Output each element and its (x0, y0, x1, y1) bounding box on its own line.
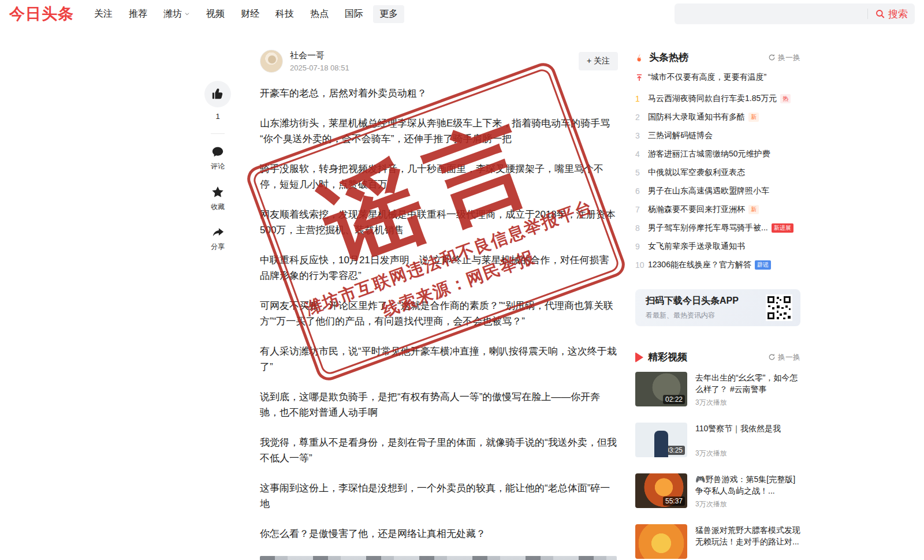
author-name[interactable]: 社会一哥 (290, 50, 349, 61)
hot-item-8[interactable]: 8 男子驾车别停摩托车辱骂骑手被... 新进展 (635, 219, 800, 237)
featured-videos-refresh[interactable]: 换一换 (768, 352, 800, 363)
author-meta: 社会一哥 2025-07-18 08:51 (290, 50, 349, 72)
video-item-3[interactable]: 55:37 🎮野兽游戏：第5集[完整版]争夺私人岛屿之战！... 3万次播放 (635, 473, 800, 509)
video-thumbnail-police: 03:25 (635, 423, 687, 457)
hot-badge: 热 (780, 94, 791, 103)
share-label: 分享 (211, 242, 225, 252)
article-paragraph: 说到底，这哪是欺负骑手，是把“有权有势高人一等”的傲慢写在脸上——你开奔驰，也不… (260, 389, 618, 420)
share-icon (211, 226, 225, 238)
play-icon (635, 352, 643, 363)
comment-icon (211, 145, 224, 158)
video-duration: 02:22 (663, 395, 685, 404)
nav-item-recommend[interactable]: 推荐 (122, 5, 154, 23)
avatar[interactable] (260, 50, 283, 73)
nav-item-finance[interactable]: 财经 (234, 5, 266, 23)
toutiao-logo[interactable]: 今日头条 (9, 3, 74, 24)
qr-code (766, 294, 792, 321)
hot-item-5[interactable]: 5 中俄就以军空袭叙利亚表态 (635, 163, 800, 182)
article-paragraph: 骑手没服软，转身把视频发抖音，几十秒画面里，李琛叉腰摆架子，嘴里骂个不停，短短几… (260, 161, 618, 192)
nav-item-weifang[interactable]: 潍坊 (157, 5, 196, 23)
nav-menu: 关注 推荐 潍坊 视频 财经 科技 热点 国际 更多 (88, 5, 404, 23)
top-nav: 今日头条 关注 推荐 潍坊 视频 财经 科技 热点 国际 更多 搜索 (0, 0, 924, 28)
app-download-text: 扫码下载今日头条APP 看最新、最热资讯内容 (646, 295, 739, 320)
nav-item-more[interactable]: 更多 (373, 5, 404, 23)
video-thumbnail-cat (635, 524, 687, 559)
like-button[interactable] (204, 81, 231, 107)
article-photo-city-buildings (260, 556, 617, 560)
featured-videos: 精彩视频 换一换 02:22 去年出生的“幺幺零”，如今怎么样了？ #云南警事 … (635, 350, 800, 560)
article-paragraph: 山东潍坊街头，莱星机械总经理李琛从奔驰E级车上下来，指着骑电动车的骑手骂“你个臭… (260, 115, 618, 147)
featured-videos-title: 精彩视频 (648, 350, 687, 364)
hot-item-3[interactable]: 3 三热词解码链博会 (635, 126, 800, 145)
hot-item-6[interactable]: 6 男子在山东高速偶遇欧盟牌照小车 (635, 182, 800, 200)
divider (211, 133, 225, 134)
action-rail: 1 评论 收藏 分享 (203, 81, 232, 266)
toutiao-page: 今日头条 关注 推荐 潍坊 视频 财经 科技 热点 国际 更多 搜索 (0, 0, 924, 560)
follow-button[interactable]: + 关注 (579, 52, 618, 70)
hot-board-header: 头条热榜 换一换 (635, 51, 800, 64)
nav-item-follow[interactable]: 关注 (88, 5, 119, 23)
share-button[interactable]: 分享 (211, 226, 225, 252)
article-paragraph: 开豪车的老总，居然对着外卖员动粗？ (260, 85, 618, 101)
sidebar: 头条热榜 换一换 “城市不仅要有高度，更要有温度” 1 马云西湖夜骑同款自行车卖… (635, 51, 800, 560)
search-bar: 搜索 (675, 3, 915, 24)
search-input[interactable] (681, 9, 860, 18)
favorite-label: 收藏 (211, 202, 225, 212)
refresh-icon (768, 353, 776, 361)
hot-pinned-text: “城市不仅要有高度，更要有温度” (648, 72, 766, 83)
hot-board: 头条热榜 换一换 “城市不仅要有高度，更要有温度” 1 马云西湖夜骑同款自行车卖… (635, 51, 800, 274)
hot-item-1[interactable]: 1 马云西湖夜骑同款自行车卖1.85万元 热 (635, 89, 800, 108)
article-paragraph: 你怎么看？是傲慢害了他，还是网络让真相无处藏？ (260, 526, 618, 542)
publish-date: 2025-07-18 08:51 (290, 64, 349, 72)
star-icon (211, 185, 225, 199)
video-duration: 03:25 (663, 446, 685, 455)
nav-item-international[interactable]: 国际 (338, 5, 370, 23)
video-duration: 55:37 (663, 496, 685, 506)
article-paragraph: 我觉得，尊重从不是看身份，是刻在骨子里的体面，就像骑手说的“我送外卖，但我不低人… (260, 435, 618, 466)
comment-button[interactable]: 评论 (211, 145, 225, 171)
favorite-button[interactable]: 收藏 (211, 185, 225, 212)
new-badge: 新 (748, 205, 759, 214)
author-row: 社会一哥 2025-07-18 08:51 + 关注 (260, 50, 618, 73)
article-paragraph: 可网友不买账，评论区里炸了：“这就是合作商的素质？”“别甩锅，代理商也算关联方”… (260, 298, 618, 329)
nav-item-tech[interactable]: 科技 (269, 5, 300, 23)
hot-item-7[interactable]: 7 杨瀚森要不要回来打亚洲杯 新 (635, 200, 800, 219)
hot-item-2[interactable]: 2 国防科大录取通知书有多酷 新 (635, 108, 800, 126)
new-progress-badge: 新进展 (772, 223, 793, 233)
refresh-icon (768, 54, 776, 61)
article-paragraph: 有人采访潍坊市民，说“平时常见他开豪车横冲直撞，喇叭按得震天响，这次终于栽了” (260, 344, 618, 375)
video-item-1[interactable]: 02:22 去年出生的“幺幺零”，如今怎么样了？ #云南警事 3万次播放 (635, 372, 800, 408)
app-download-card[interactable]: 扫码下载今日头条APP 看最新、最热资讯内容 (635, 289, 800, 326)
search-button[interactable]: 搜索 (875, 8, 908, 21)
video-title: 猛兽派对荒野大膘客模式发现无赖玩法！走对手的路让对... (695, 524, 800, 547)
nav-item-video[interactable]: 视频 (200, 5, 231, 23)
video-title: 🎮野兽游戏：第5集[完整版]争夺私人岛屿之战！... (695, 473, 800, 496)
article-paragraph: 这事闹到这份上，李琛怕是没想到，一个外卖员的较真，能让他的“老总体面”碎一地 (260, 480, 618, 512)
video-title: 110警察节｜我依然是我 (695, 423, 781, 434)
refute-badge: 辟谣 (755, 260, 771, 270)
new-badge: 新 (748, 113, 759, 122)
chevron-down-icon (184, 11, 190, 17)
search-icon (875, 9, 885, 19)
article: 社会一哥 2025-07-18 08:51 + 关注 开豪车的老总，居然对着外卖… (260, 50, 618, 560)
comment-label: 评论 (211, 162, 225, 171)
video-views: 3万次播放 (695, 398, 800, 408)
hot-pinned-item[interactable]: “城市不仅要有高度，更要有温度” (635, 72, 800, 83)
featured-videos-header: 精彩视频 换一换 (635, 350, 800, 364)
nav-item-hot[interactable]: 热点 (304, 5, 335, 23)
hot-item-4[interactable]: 4 游客进丽江古城需缴纳50元维护费 (635, 145, 800, 163)
like-count: 1 (215, 112, 219, 121)
hot-board-title: 头条热榜 (649, 51, 688, 64)
article-paragraph: 中联重科反应快，10月21日发声明，说“立即终止与莱星机械的合作，对任何损害品牌… (260, 252, 618, 283)
pinned-top-icon (635, 73, 643, 82)
video-item-4[interactable]: 猛兽派对荒野大膘客模式发现无赖玩法！走对手的路让对... (635, 524, 800, 560)
hot-board-refresh[interactable]: 换一换 (768, 53, 800, 63)
hot-item-10[interactable]: 10 12306能在线换座？官方解答 辟谣 (635, 256, 800, 274)
video-thumbnail-beast-games: 55:37 (635, 473, 687, 508)
app-download-title: 扫码下载今日头条APP (646, 295, 739, 307)
article-paragraph: 网友顺着线索挖，发现莱星机械是中联重科一级代理商，成立于2018年，注册资本50… (260, 207, 618, 238)
hot-item-9[interactable]: 9 女飞前辈亲手送录取通知书 (635, 237, 800, 256)
video-title: 去年出生的“幺幺零”，如今怎么样了？ #云南警事 (695, 372, 800, 395)
video-item-2[interactable]: 03:25 110警察节｜我依然是我 3万次播放 (635, 423, 800, 458)
flame-icon (635, 53, 644, 63)
